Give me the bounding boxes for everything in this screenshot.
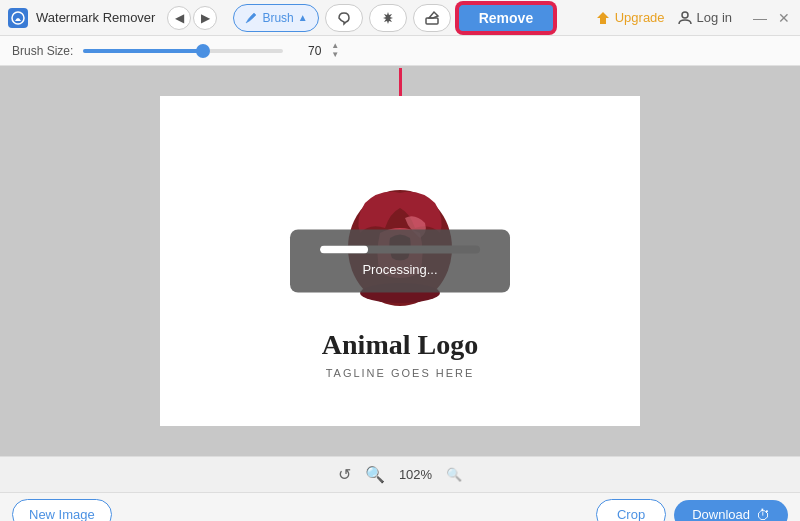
image-canvas: Animal Logo TAGLINE GOES HERE Processing… [160, 96, 640, 426]
login-button[interactable]: Log in [677, 10, 732, 26]
download-icon: ⏱ [756, 507, 770, 522]
lasso-icon [336, 10, 352, 26]
logo-tagline: TAGLINE GOES HERE [326, 367, 475, 379]
zoom-bar: ↺ 🔍 102% 🔍 [0, 456, 800, 492]
brush-icon [244, 11, 258, 25]
brush-size-label: Brush Size: [12, 44, 73, 58]
logo-title: Animal Logo [322, 329, 478, 361]
eraser-icon [424, 10, 440, 26]
forward-button[interactable]: ▶ [193, 6, 217, 30]
magic-wand-icon [380, 10, 396, 26]
close-button[interactable]: ✕ [776, 10, 792, 26]
magic-wand-button[interactable] [369, 4, 407, 32]
upgrade-icon [595, 10, 611, 26]
upgrade-button[interactable]: Upgrade [595, 10, 665, 26]
progress-bar-fill [320, 246, 368, 254]
zoom-value: 102% [399, 467, 432, 482]
brush-up-arrow[interactable]: ▲ [331, 42, 339, 50]
app-icon [8, 8, 28, 28]
zoom-in-icon[interactable]: 🔍 [365, 465, 385, 484]
brush-slider[interactable] [83, 49, 283, 53]
toolbar: Brush ▲ Remove [233, 3, 586, 33]
download-button[interactable]: Download ⏱ [674, 500, 788, 522]
zoom-out-icon[interactable]: 🔍 [446, 467, 462, 482]
window-controls: — ✕ [752, 10, 792, 26]
processing-text: Processing... [362, 262, 437, 277]
canvas-area: Animal Logo TAGLINE GOES HERE Processing… [0, 66, 800, 456]
app-title: Watermark Remover [36, 10, 155, 25]
brush-value-stepper[interactable]: ▲ ▼ [331, 42, 339, 59]
rotate-icon[interactable]: ↺ [338, 465, 351, 484]
new-image-button[interactable]: New Image [12, 499, 112, 521]
svg-rect-1 [426, 18, 438, 24]
svg-point-2 [682, 12, 688, 18]
processing-overlay: Processing... [290, 230, 510, 293]
eraser-tool-button[interactable] [413, 4, 451, 32]
lasso-tool-button[interactable] [325, 4, 363, 32]
brush-bar: Brush Size: 70 ▲ ▼ [0, 36, 800, 66]
remove-button[interactable]: Remove [457, 3, 555, 33]
minimize-button[interactable]: — [752, 10, 768, 26]
nav-buttons: ◀ ▶ [167, 6, 217, 30]
progress-bar [320, 246, 480, 254]
crop-button[interactable]: Crop [596, 499, 666, 521]
brush-down-arrow[interactable]: ▼ [331, 51, 339, 59]
bottom-bar: New Image Crop Download ⏱ [0, 492, 800, 521]
user-icon [677, 10, 693, 26]
brush-tool-button[interactable]: Brush ▲ [233, 4, 318, 32]
title-bar-right: Upgrade Log in — ✕ [595, 10, 792, 26]
back-button[interactable]: ◀ [167, 6, 191, 30]
title-bar: Watermark Remover ◀ ▶ Brush ▲ [0, 0, 800, 36]
brush-value: 70 [293, 44, 321, 58]
